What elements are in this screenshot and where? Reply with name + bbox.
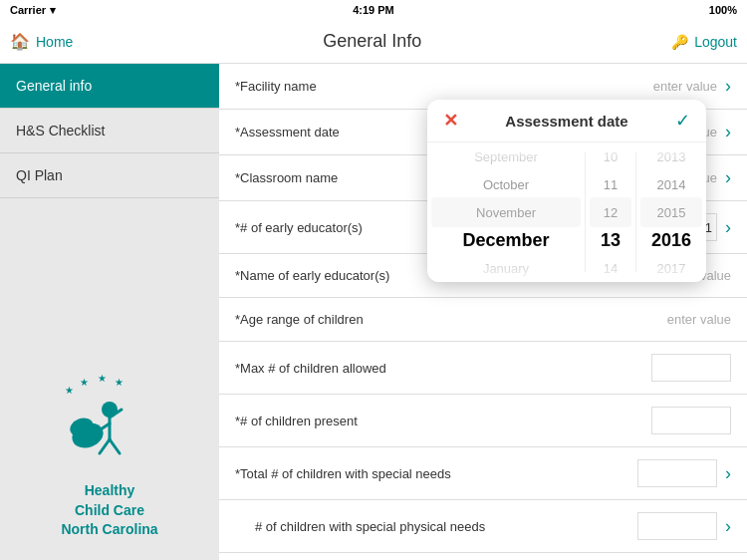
svg-line-8 — [110, 439, 120, 453]
classroom-name-plus-icon[interactable]: › — [725, 167, 731, 188]
svg-text:★: ★ — [115, 377, 124, 388]
main-layout: General info H&S Checklist QI Plan ★ ★ ★… — [0, 64, 747, 560]
facility-name-plus-icon[interactable]: › — [725, 76, 731, 97]
date-picker-cancel-button[interactable]: ✕ — [443, 110, 458, 132]
svg-text:★: ★ — [80, 377, 89, 388]
date-picker-body[interactable]: September October November December Janu… — [427, 142, 706, 282]
children-present-input[interactable] — [651, 407, 731, 434]
date-picker-title: Assessment date — [505, 113, 627, 130]
form-row-children-present: *# of children present — [219, 395, 747, 447]
year-item-selected[interactable]: 2016 — [636, 226, 706, 254]
status-bar-time: 4:19 PM — [353, 4, 394, 16]
children-special-plus-icon[interactable]: › — [725, 463, 731, 484]
logout-label: Logout — [694, 34, 737, 50]
children-special-input[interactable] — [637, 459, 717, 487]
month-item[interactable]: October — [427, 170, 585, 198]
sidebar-item-general-info[interactable]: General info — [0, 64, 219, 109]
day-item[interactable]: 12 — [586, 198, 635, 226]
status-bar-left: Carrier ▾ — [10, 4, 56, 17]
day-list: 10 11 12 13 14 15 16 — [586, 142, 635, 282]
year-item[interactable]: 2017 — [636, 254, 706, 282]
year-item[interactable]: 2014 — [636, 170, 706, 198]
children-physical-label: # of children with special physical need… — [235, 519, 637, 534]
day-item[interactable]: 10 — [586, 142, 635, 170]
nav-bar: 🏠 Home General Info 🔑 Logout — [0, 20, 747, 64]
logout-button[interactable]: 🔑 Logout — [671, 34, 737, 50]
logo-svg: ★ ★ ★ ★ — [50, 374, 169, 473]
assessment-date-plus-icon[interactable]: › — [725, 122, 731, 142]
early-educators-plus-icon[interactable]: › — [725, 217, 731, 238]
date-picker[interactable]: ✕ Assessment date ✓ September October No… — [427, 100, 706, 282]
home-icon: 🏠 — [10, 32, 30, 51]
age-range-label: *Age range of children — [235, 312, 667, 327]
age-range-value[interactable]: enter value — [667, 312, 731, 327]
day-item-selected[interactable]: 13 — [586, 226, 635, 254]
page-title: General Info — [323, 31, 421, 52]
year-item[interactable]: 2013 — [636, 142, 706, 170]
children-present-label: *# of children present — [235, 414, 651, 428]
date-picker-header: ✕ Assessment date ✓ — [427, 100, 706, 142]
day-item[interactable]: 11 — [586, 170, 635, 198]
form-row-children-chronic: # of children with chronic health condit… — [219, 553, 747, 560]
month-item[interactable]: September — [427, 142, 585, 170]
logo-text: HealthyChild CareNorth Carolina — [61, 481, 157, 540]
form-row-age-range: *Age range of children enter value — [219, 298, 747, 342]
day-column[interactable]: 10 11 12 13 14 15 16 — [586, 142, 635, 282]
svg-text:★: ★ — [98, 374, 107, 384]
month-item[interactable]: January — [427, 254, 585, 282]
form-row-children-special: *Total # of children with special needs … — [219, 447, 747, 500]
carrier-text: Carrier — [10, 4, 46, 16]
max-children-label: *Max # of children allowed — [235, 361, 651, 376]
svg-line-7 — [100, 439, 110, 453]
sidebar-logo: ★ ★ ★ ★ HealthyChild CareNor — [0, 354, 219, 560]
status-bar-right: 100% — [709, 4, 737, 16]
children-physical-input[interactable] — [637, 512, 717, 540]
month-column[interactable]: September October November December Janu… — [427, 142, 585, 282]
month-list: September October November December Janu… — [427, 142, 585, 282]
sidebar-item-qi-plan[interactable]: QI Plan — [0, 153, 219, 198]
home-button[interactable]: 🏠 Home — [10, 32, 73, 51]
facility-name-value[interactable]: enter value — [653, 79, 717, 94]
month-item-selected[interactable]: December — [427, 226, 585, 254]
year-column[interactable]: 2013 2014 2015 2016 2017 2018 2019 — [636, 142, 706, 282]
max-children-input[interactable] — [651, 354, 731, 382]
form-row-max-children: *Max # of children allowed — [219, 342, 747, 395]
wifi-icon: ▾ — [50, 4, 56, 17]
svg-text:★: ★ — [65, 385, 74, 396]
children-special-label: *Total # of children with special needs — [235, 466, 637, 481]
children-physical-plus-icon[interactable]: › — [725, 516, 731, 537]
form-row-children-physical: # of children with special physical need… — [219, 500, 747, 553]
status-bar: Carrier ▾ 4:19 PM 100% — [0, 0, 747, 20]
sidebar: General info H&S Checklist QI Plan ★ ★ ★… — [0, 64, 219, 560]
sidebar-item-hs-checklist[interactable]: H&S Checklist — [0, 109, 219, 153]
date-picker-confirm-button[interactable]: ✓ — [675, 110, 690, 132]
battery-text: 100% — [709, 4, 737, 16]
month-item[interactable]: November — [427, 198, 585, 226]
key-icon: 🔑 — [671, 34, 688, 50]
facility-name-label: *Facility name — [235, 79, 653, 94]
home-label: Home — [36, 34, 73, 50]
year-item[interactable]: 2015 — [636, 198, 706, 226]
content-area: ✕ Assessment date ✓ September October No… — [219, 64, 747, 560]
day-item[interactable]: 14 — [586, 254, 635, 282]
year-list: 2013 2014 2015 2016 2017 2018 2019 — [636, 142, 706, 282]
